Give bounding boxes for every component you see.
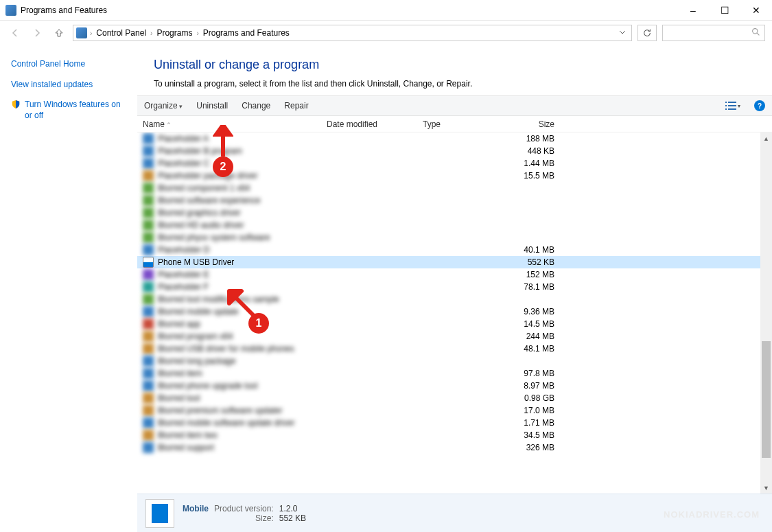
program-size: 97.8 MB xyxy=(505,369,554,378)
list-item[interactable]: Blurred mobile update9.36 MB xyxy=(137,305,772,318)
list-item[interactable]: Placeholder D40.1 MB xyxy=(137,244,772,256)
list-item[interactable]: Placeholder package driver15.5 MB xyxy=(137,170,772,182)
status-version-label: Product version: xyxy=(214,504,274,513)
address-bar[interactable]: › Control Panel › Programs › Programs an… xyxy=(73,25,632,41)
help-button[interactable]: ? xyxy=(754,100,765,111)
search-input[interactable] xyxy=(662,25,765,41)
list-item[interactable]: Placeholder F78.1 MB xyxy=(137,281,772,293)
list-item[interactable]: Blurred tool0.98 GB xyxy=(137,392,772,404)
uninstall-button[interactable]: Uninstall xyxy=(196,101,228,111)
scroll-down-icon[interactable]: ▼ xyxy=(760,482,772,494)
status-size-value: 552 KB xyxy=(279,513,306,523)
repair-button[interactable]: Repair xyxy=(284,101,308,111)
column-headers: Name ^ Date modified Type Size xyxy=(137,116,772,132)
list-item[interactable]: Blurred tool modifications sample xyxy=(137,293,772,305)
breadcrumb-programs-features[interactable]: Programs and Features xyxy=(202,28,291,38)
sidebar-home-link[interactable]: Control Panel Home xyxy=(11,59,126,70)
program-size: 15.5 MB xyxy=(505,171,554,181)
list-item[interactable]: Blurred HD audio driver xyxy=(137,219,772,231)
program-name: Placeholder package driver xyxy=(158,171,327,181)
page-subheading: To uninstall a program, select it from t… xyxy=(154,79,756,89)
program-name: Blurred item xyxy=(158,369,327,378)
list-item[interactable]: Blurred USB driver for mobile phones48.1… xyxy=(137,343,772,355)
program-size: 14.5 MB xyxy=(505,319,554,329)
forward-button[interactable] xyxy=(29,25,45,41)
breadcrumb-programs[interactable]: Programs xyxy=(155,28,194,38)
window-title: Programs and Features xyxy=(21,5,677,15)
list-item[interactable]: Blurred item97.8 MB xyxy=(137,367,772,380)
list-item[interactable]: Blurred support326 MB xyxy=(137,441,772,454)
svg-rect-4 xyxy=(728,105,736,106)
program-name: Blurred USB driver for mobile phones xyxy=(158,344,327,354)
back-button[interactable] xyxy=(7,25,23,41)
list-item[interactable]: Blurred component 1 x64 xyxy=(137,182,772,194)
close-button[interactable]: ✕ xyxy=(740,0,772,21)
program-name: Blurred item two xyxy=(158,430,327,440)
program-size: 1.71 MB xyxy=(505,418,554,428)
list-item[interactable]: Blurred software experience xyxy=(137,194,772,207)
breadcrumb-sep-icon: › xyxy=(196,30,198,37)
program-size: 40.1 MB xyxy=(505,245,554,255)
list-item[interactable]: Blurred premium software updater17.0 MB xyxy=(137,404,772,417)
scroll-thumb[interactable] xyxy=(762,341,771,458)
organize-menu[interactable]: Organize xyxy=(144,101,183,111)
program-icon xyxy=(143,183,154,194)
list-item[interactable]: Blurred app14.5 MB xyxy=(137,318,772,330)
svg-rect-3 xyxy=(725,105,727,106)
list-item[interactable]: Blurred long package xyxy=(137,355,772,367)
program-name: Blurred mobile software update driver xyxy=(158,418,327,428)
program-icon xyxy=(143,442,154,453)
maximize-button[interactable]: ☐ xyxy=(709,0,740,21)
list-item[interactable]: Blurred graphics driver xyxy=(137,207,772,219)
address-dropdown-icon[interactable] xyxy=(616,28,629,38)
list-item[interactable]: Blurred program x64244 MB xyxy=(137,330,772,343)
list-item[interactable]: Blurred phone upgrade tool8.97 MB xyxy=(137,380,772,392)
status-thumbnail xyxy=(145,499,174,528)
svg-rect-1 xyxy=(725,102,727,103)
program-name: Placeholder D xyxy=(158,245,327,255)
column-type[interactable]: Type xyxy=(423,119,505,129)
watermark: NOKIADRIVER.COM xyxy=(664,509,760,520)
program-icon xyxy=(143,343,154,354)
location-icon xyxy=(76,27,87,38)
sidebar-updates-link[interactable]: View installed updates xyxy=(11,80,126,91)
list-item[interactable]: Placeholder C1.44 MB xyxy=(137,157,772,170)
program-icon xyxy=(143,170,154,181)
scroll-up-icon[interactable]: ▲ xyxy=(760,132,772,144)
column-size[interactable]: Size xyxy=(505,119,554,129)
list-item[interactable]: Blurred physx system software xyxy=(137,231,772,244)
program-icon xyxy=(143,430,154,441)
up-button[interactable] xyxy=(51,25,67,41)
program-name: Blurred program x64 xyxy=(158,332,327,341)
program-name: Placeholder A xyxy=(158,134,327,143)
program-icon xyxy=(143,405,154,416)
program-icon xyxy=(143,269,154,280)
minimize-button[interactable]: – xyxy=(677,0,709,21)
sidebar-features-link[interactable]: Turn Windows features on or off xyxy=(25,100,126,121)
list-item[interactable]: Blurred mobile software update driver1.7… xyxy=(137,417,772,429)
breadcrumb-control-panel[interactable]: Control Panel xyxy=(95,28,148,38)
list-item-selected[interactable]: Phone M USB Driver552 KB xyxy=(137,256,772,268)
column-name[interactable]: Name ^ xyxy=(143,119,327,129)
program-icon xyxy=(143,257,154,268)
vertical-scrollbar[interactable]: ▲ ▼ xyxy=(760,132,772,494)
view-options-button[interactable]: ▾ xyxy=(725,102,740,110)
list-item[interactable]: Placeholder A188 MB xyxy=(137,132,772,145)
main-content: Uninstall or change a program To uninsta… xyxy=(137,45,772,532)
program-icon xyxy=(143,133,154,144)
list-item[interactable]: Placeholder B program448 KB xyxy=(137,145,772,157)
change-button[interactable]: Change xyxy=(242,101,270,111)
program-name: Placeholder C xyxy=(158,159,327,168)
breadcrumb-sep-icon: › xyxy=(90,30,92,37)
program-list[interactable]: Placeholder A188 MBPlaceholder B program… xyxy=(137,132,772,494)
program-size: 8.97 MB xyxy=(505,381,554,391)
list-item[interactable]: Placeholder E152 MB xyxy=(137,268,772,281)
program-icon xyxy=(143,244,154,255)
app-icon xyxy=(5,5,16,16)
column-date[interactable]: Date modified xyxy=(327,119,423,129)
sidebar: Control Panel Home View installed update… xyxy=(0,45,137,532)
refresh-button[interactable] xyxy=(638,25,657,41)
program-icon xyxy=(143,281,154,292)
list-item[interactable]: Blurred item two34.5 MB xyxy=(137,429,772,441)
program-name: Blurred software experience xyxy=(158,196,327,205)
